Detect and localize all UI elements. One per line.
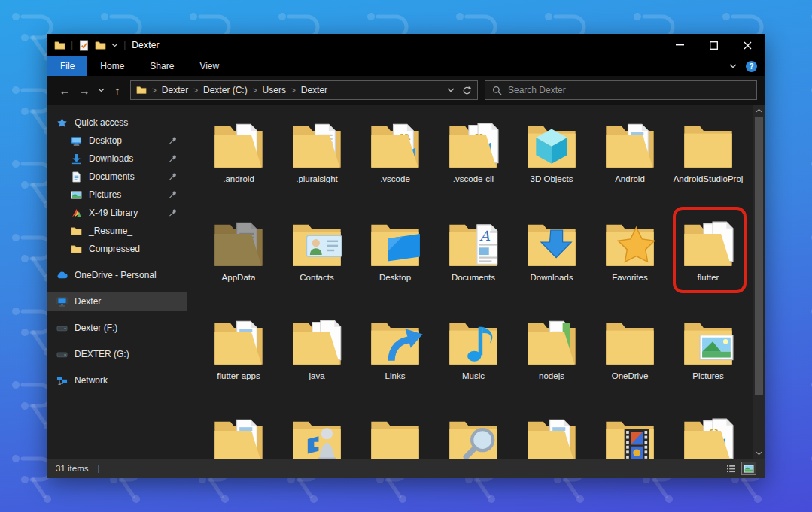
file-item-downloads[interactable]: Downloads [512, 211, 591, 309]
breadcrumb-segment[interactable]: Users [263, 85, 286, 95]
vertical-scrollbar[interactable] [753, 105, 765, 459]
file-item-label: flutter-apps [217, 371, 260, 382]
folder-vscode-cli-icon: {} [444, 114, 503, 173]
file-item-label: .pluralsight [296, 174, 338, 185]
breadcrumb-segment[interactable]: Dexter [301, 85, 327, 95]
tab-share[interactable]: Share [137, 56, 187, 76]
sidebar-item-dexter-f[interactable]: Dexter (F:) [47, 319, 187, 337]
address-bar[interactable]: > Dexter > Dexter (C:) > Users > Dexter [130, 80, 478, 100]
file-item-contacts[interactable]: Contacts [278, 211, 356, 309]
back-button[interactable]: ← [55, 80, 75, 100]
toolbar-separator: | [71, 40, 73, 50]
scroll-up-icon[interactable] [756, 105, 762, 116]
refresh-icon[interactable] [462, 86, 472, 95]
sidebar-item-documents[interactable]: Documents [47, 168, 187, 186]
sidebar-item-label: _Resume_ [89, 226, 132, 236]
file-item-unlabeled-22[interactable] [278, 407, 356, 459]
large-icons-view-button[interactable] [741, 462, 756, 475]
sidebar-item-desktop[interactable]: Desktop [47, 132, 187, 150]
recent-locations-chevron-icon[interactable] [94, 80, 108, 100]
breadcrumb-segment[interactable]: Dexter (C:) [203, 85, 248, 95]
file-item-vscode-cli[interactable]: {}.vscode-cli [434, 112, 512, 211]
window-controls [663, 34, 765, 56]
file-item-nodejs[interactable]: nodejs [512, 309, 591, 407]
file-item-unlabeled-24[interactable] [434, 407, 512, 459]
sidebar-item-dexter-g[interactable]: DEXTER (G:) [47, 345, 187, 363]
folder-games-icon [287, 410, 346, 459]
expand-ribbon-chevron-icon[interactable] [729, 64, 737, 68]
file-item-pictures[interactable]: Pictures [669, 309, 747, 407]
maximize-button[interactable] [697, 34, 731, 56]
file-item-unlabeled-27[interactable]: {} [669, 407, 747, 459]
address-dropdown-chevron-icon[interactable] [447, 88, 455, 92]
file-item-flutter[interactable]: flutter [669, 211, 747, 309]
breadcrumb-chevron: > [151, 86, 158, 95]
sidebar-item-onedrive-personal[interactable]: OneDrive - Personal [47, 266, 187, 284]
sidebar-item-resume[interactable]: _Resume_ [47, 222, 187, 240]
file-item-vscode[interactable]: {}.vscode [356, 112, 434, 211]
search-input[interactable] [508, 85, 750, 95]
file-item-flutter-apps[interactable]: flutter-apps [199, 309, 278, 407]
file-item-links[interactable]: Links [356, 309, 434, 407]
folder-link-icon [366, 311, 424, 370]
folder-star-icon [601, 213, 659, 271]
library-icon [71, 208, 82, 219]
sidebar-item-x-49-library[interactable]: X-49 Library [47, 204, 187, 222]
minimize-button[interactable] [663, 34, 697, 56]
file-item-desktop[interactable]: Desktop [356, 211, 434, 309]
sidebar-item-quick-access[interactable]: Quick access [47, 114, 187, 132]
details-view-button[interactable] [723, 462, 738, 475]
file-item-android[interactable]: .android [199, 112, 278, 211]
folder-vscode-cli-icon: {} [679, 410, 737, 459]
file-item-java[interactable]: java [278, 309, 356, 407]
document-icon [71, 171, 82, 183]
file-item-unlabeled-23[interactable] [356, 407, 434, 459]
sidebar-item-downloads[interactable]: Downloads [47, 150, 187, 168]
forward-button[interactable]: → [75, 80, 94, 100]
file-item-unlabeled-21[interactable] [199, 407, 278, 459]
file-item-label: flutter [698, 272, 719, 283]
close-button[interactable] [731, 34, 765, 56]
new-folder-icon[interactable] [95, 40, 106, 51]
file-item-label: Music [462, 371, 485, 382]
toolbar-separator: | [123, 40, 126, 50]
tab-view[interactable]: View [187, 56, 232, 76]
file-item-3d-objects[interactable]: 3D Objects [512, 112, 591, 211]
file-item-unlabeled-25[interactable] [512, 407, 591, 459]
file-item-label: nodejs [539, 371, 564, 382]
tab-home[interactable]: Home [87, 56, 137, 76]
sidebar-item-label: OneDrive - Personal [75, 270, 157, 280]
help-icon[interactable]: ? [746, 61, 757, 72]
tab-file[interactable]: File [47, 56, 87, 76]
file-item-unlabeled-26[interactable] [591, 407, 669, 459]
customize-toolbar-chevron-icon[interactable] [111, 43, 118, 47]
sidebar-item-compressed[interactable]: Compressed [47, 240, 187, 258]
properties-check-icon[interactable] [78, 40, 90, 51]
scroll-down-icon[interactable] [756, 447, 762, 459]
up-button[interactable]: ↑ [108, 80, 127, 100]
file-item-android[interactable]: Android [591, 112, 669, 211]
folder-plain-icon [366, 410, 424, 459]
file-item-label: Links [385, 371, 406, 382]
file-item-label: .vscode [380, 174, 410, 185]
sidebar-item-label: Dexter (F:) [75, 323, 117, 333]
sidebar-item-dexter[interactable]: Dexter [47, 292, 187, 311]
search-box[interactable] [485, 80, 757, 100]
file-item-appdata[interactable]: AppData [199, 211, 278, 309]
file-item-pluralsight[interactable]: .pluralsight [278, 112, 356, 211]
file-item-documents[interactable]: ADocuments [434, 211, 512, 309]
folder-icon [71, 244, 82, 255]
sidebar-item-network[interactable]: Network [47, 371, 187, 389]
breadcrumb-segment[interactable]: Dexter [162, 85, 188, 95]
scrollbar-thumb[interactable] [755, 117, 763, 395]
sidebar-item-pictures[interactable]: Pictures [47, 186, 187, 204]
details-view-icon [726, 465, 736, 473]
file-item-androidstudioproj[interactable]: AndroidStudioProj [669, 112, 747, 211]
file-item-music[interactable]: Music [434, 309, 512, 407]
file-item-onedrive[interactable]: OneDrive [591, 309, 669, 407]
pictures-icon [71, 189, 82, 201]
sidebar-item-label: Downloads [89, 153, 133, 164]
scrollbar-track[interactable] [753, 116, 765, 447]
file-grid: .android.pluralsight{}.vscode{}.vscode-c… [199, 112, 753, 459]
file-item-favorites[interactable]: Favorites [591, 211, 669, 309]
